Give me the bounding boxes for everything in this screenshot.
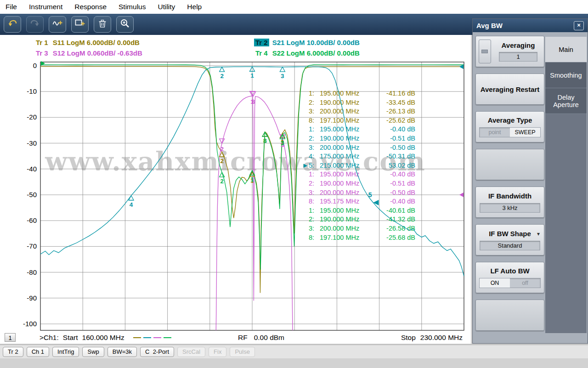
close-icon[interactable]: × [574,21,584,30]
statusbar-pulse[interactable]: Pulse [230,347,255,357]
delete-button[interactable] [94,16,111,33]
marker-value: -40.61 dB [373,206,415,215]
menu-instrument[interactable]: Instrument [29,3,62,11]
marker-frequency: 190.000 MHz [314,215,373,224]
menu-help[interactable]: Help [187,3,202,11]
trace-id[interactable]: Tr 2 [254,39,269,46]
statusbar-swp[interactable]: Swp [82,347,104,357]
panel-tabs: MainSmoothingDelay Aperture [545,37,587,333]
add-trace-button[interactable] [49,16,66,33]
statusbar-ch-1[interactable]: Ch 1 [27,347,49,357]
tab-smoothing[interactable]: Smoothing [545,62,587,88]
trace-format-text: S12 LogM 0.060dB/ -0.63dB [53,49,142,57]
marker-value: -0.51 dB [373,179,415,188]
marker-readout-row: 2:190.000 MHz-0.51 dB [300,179,415,188]
marker-readout-row: ►5:215.000 MHz53.02 dB [300,161,415,170]
start-frequency-value[interactable]: 160.000 MHz [82,334,124,342]
trace-label-tr2[interactable]: Tr 2S21 LogM 10.00dB/ 0.00dB [254,39,360,46]
marker-value: -50.31 dB [373,152,415,161]
statusbar-bw-3k[interactable]: BW=3k [107,347,137,357]
marker-number: 3: [300,224,314,233]
if-bandwidth-button[interactable]: IF Bandwidth 3 kHz [475,187,544,218]
statusbar-tr-2[interactable]: Tr 2 [3,347,23,357]
channel-number-badge[interactable]: 1 [5,333,16,342]
tab-delay-aperture[interactable]: Delay Aperture [545,88,587,114]
marker-readout-row: 2:190.000 MHz-0.51 dB [300,134,415,143]
trace-id[interactable]: Tr 3 [34,49,50,57]
marker-number: 2: [300,215,314,224]
rf-power-value[interactable]: 0.00 dBm [254,334,284,342]
lf-auto-bw-on-option[interactable]: ON [480,278,510,288]
zoom-icon [119,18,130,31]
trace-id[interactable]: Tr 1 [34,39,50,46]
marker-value: -26.13 dB [373,107,415,116]
lf-auto-bw-off-option[interactable]: off [510,278,540,288]
averaging-button[interactable]: Averaging 1 [475,36,544,67]
if-bw-shape-value[interactable]: Standard [480,241,540,250]
zoom-button[interactable] [116,16,134,33]
marker-number: 1: [300,89,314,98]
marker-value: -25.68 dB [373,233,415,243]
add-channel-button[interactable] [71,16,89,33]
panel-title-bar[interactable]: Avg BW × [473,19,588,32]
y-axis-label: -70 [27,242,37,250]
if-bandwidth-value[interactable]: 3 kHz [480,203,540,213]
averaging-restart-button[interactable]: Averaging Restart [475,74,544,105]
trace-format-text: S21 LogM 10.00dB/ 0.00dB [272,39,360,46]
y-axis-label: 0 [33,62,37,69]
status-bar: Tr 2Ch 1IntTrigSwpBW=3kC 2-PortSrcCalFix… [0,345,588,358]
menu-file[interactable]: File [6,3,17,11]
start-label: Start [63,334,78,342]
marker-frequency: 215.000 MHz [314,161,373,170]
trace-id[interactable]: Tr 4 [254,49,269,57]
trace-format-text: S11 LogM 6.000dB/ 0.00dB [53,39,140,46]
averaging-restart-label: Averaging Restart [481,85,540,93]
tab-main[interactable]: Main [545,37,587,62]
averaging-value[interactable]: 1 [499,52,537,62]
marker-number: 2: [300,179,314,188]
marker-number: 2: [300,134,314,143]
trace-headers: Tr 1S11 LogM 6.000dB/ 0.00dBTr 2S21 LogM… [0,35,471,61]
panel-body: Averaging 1 Averaging Restart Average Ty… [473,32,588,343]
average-type-label: Average Type [488,116,532,124]
marker-frequency: 190.000 MHz [314,98,373,108]
marker-value: -33.45 dB [373,98,415,108]
plot-area: 0-10-20-30-40-50-60-70-80-90-100 www.xah… [0,35,471,344]
redo-icon [29,18,40,31]
marker-number: 8: [300,116,314,125]
marker-value: -41.32 dB [373,215,415,224]
stop-frequency-value[interactable]: 230.000 MHz [420,334,463,342]
dropdown-caret-icon[interactable]: ▾ [537,231,540,237]
y-axis-label: -30 [27,139,37,147]
marker-number: ►5: [300,161,314,170]
if-bw-shape-button[interactable]: IF BW Shape ▾ Standard [475,224,544,255]
marker-readout-row: 1:195.000 MHz-41.16 dB [300,89,415,98]
marker-frequency: 195.000 MHz [314,89,373,98]
marker-value: -0.40 dB [373,125,415,134]
y-axis-label: -60 [27,216,37,224]
average-type-point-option[interactable]: point [480,128,510,137]
statusbar-fix[interactable]: Fix [209,347,226,357]
menu-stimulus[interactable]: Stimulus [119,3,146,11]
marker-readout-row: 1:195.000 MHz-0.40 dB [300,125,415,134]
marker-frequency: 200.000 MHz [314,107,373,116]
marker-readout: 1:195.000 MHz-41.16 dB2:190.000 MHz-33.4… [300,89,415,242]
marker-number: 3: [300,107,314,116]
statusbar-c-2-port[interactable]: C 2-Port [140,347,174,357]
menu-utility[interactable]: Utility [158,3,175,11]
lf-auto-bw-button[interactable]: LF Auto BW ON off [475,262,544,293]
menu-response[interactable]: Response [74,3,107,11]
statusbar-inttrig[interactable]: IntTrig [52,347,79,357]
trace-label-tr4[interactable]: Tr 4S22 LogM 6.000dB/ 0.00dB [254,49,360,57]
marker-number: 2: [300,98,314,108]
menu-bar: FileInstrumentResponseStimulusUtilityHel… [0,0,588,14]
marker-frequency: 200.000 MHz [314,143,373,153]
trace-label-tr3[interactable]: Tr 3S12 LogM 0.060dB/ -0.63dB [34,49,142,57]
marker-readout-row: 3:200.000 MHz-26.58 dB [300,224,415,233]
statusbar-srccal[interactable]: SrcCal [177,347,205,357]
redo-button[interactable] [26,16,44,33]
average-type-sweep-option[interactable]: SWEEP [510,128,540,137]
undo-button[interactable] [4,16,21,33]
trace-label-tr1[interactable]: Tr 1S11 LogM 6.000dB/ 0.00dB [34,39,140,46]
average-type-button[interactable]: Average Type point SWEEP [475,111,544,142]
